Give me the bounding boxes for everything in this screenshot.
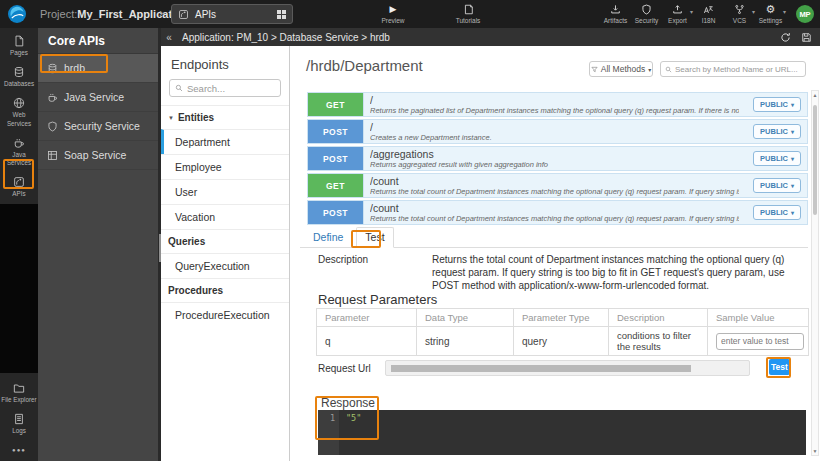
sidebar-item-web-services[interactable]: Web Services	[0, 92, 38, 131]
method-row-get-root[interactable]: GET / Returns the paginated list of Depa…	[307, 92, 808, 117]
col-parameter: Parameter	[317, 309, 417, 327]
line-number: 1	[330, 413, 335, 423]
method-search-input[interactable]	[675, 65, 801, 74]
database-icon	[47, 63, 58, 74]
request-url-label: Request Url	[318, 363, 371, 374]
scroll-up-icon[interactable]: ▲	[812, 92, 818, 98]
user-avatar[interactable]: MP	[796, 5, 814, 23]
vertical-scrollbar[interactable]: ▲ ▼	[811, 90, 819, 456]
tab-define[interactable]: Define	[300, 228, 356, 247]
endpoint-item-user[interactable]: User	[161, 179, 289, 204]
logs-icon	[13, 413, 25, 425]
method-verb-badge: POST	[308, 120, 363, 143]
endpoint-item-procedureexecution[interactable]: ProcedureExecution	[161, 302, 289, 327]
preview-button[interactable]: ▶ Preview	[375, 4, 411, 24]
endpoint-item-queryexecution[interactable]: QueryExecution	[161, 253, 289, 278]
folder-icon	[13, 382, 25, 394]
download-icon	[610, 4, 621, 15]
description-label: Description	[318, 254, 368, 265]
cell-parameter: q	[317, 327, 417, 356]
all-methods-dropdown[interactable]: All Methods ▾	[589, 61, 653, 77]
coffee-icon	[47, 92, 58, 103]
api-icon	[178, 9, 189, 20]
grid-icon[interactable]	[277, 10, 286, 19]
access-level-dropdown[interactable]: PUBLIC▾	[753, 178, 801, 193]
caret-down-icon: ▾	[783, 8, 786, 15]
method-row-post-aggregations[interactable]: POST /aggregations Returns aggregated re…	[307, 146, 808, 171]
vcs-button[interactable]: VCS ▾	[724, 4, 755, 24]
endpoint-item-employee[interactable]: Employee	[161, 154, 289, 179]
endpoints-section-procedures[interactable]: Procedures	[161, 278, 289, 302]
sidebar-item-apis[interactable]: APIs	[0, 171, 38, 202]
tutorials-button[interactable]: Tutorials	[448, 4, 488, 24]
sidebar-item-pages[interactable]: Pages	[0, 30, 38, 61]
caret-down-icon: ▾	[791, 155, 794, 162]
shield-icon	[641, 4, 652, 15]
service-item-soap-service[interactable]: Soap Service	[38, 141, 158, 170]
endpoint-item-vacation[interactable]: Vacation	[161, 204, 289, 229]
save-icon[interactable]	[801, 32, 812, 43]
service-item-java-service[interactable]: Java Service	[38, 83, 158, 112]
col-parameter-type: Parameter Type	[514, 309, 609, 327]
more-options-button[interactable]: ●●●	[0, 439, 38, 455]
search-icon	[175, 84, 183, 92]
access-level-dropdown[interactable]: PUBLIC▾	[753, 151, 801, 166]
editor-gutter: 1	[318, 410, 339, 455]
endpoints-search-input[interactable]	[187, 83, 275, 94]
i18n-button[interactable]: I18N	[693, 4, 724, 24]
method-path: /	[370, 95, 739, 106]
scrollbar-thumb[interactable]	[813, 105, 817, 215]
service-item-hrdb[interactable]: hrdb	[38, 54, 158, 83]
col-sample-value: Sample Value	[708, 309, 809, 327]
method-row-post-root[interactable]: POST / Creates a new Department instance…	[307, 119, 808, 144]
table-header-row: Parameter Data Type Parameter Type Descr…	[317, 309, 809, 327]
cell-parameter-type: query	[514, 327, 609, 356]
sidebar-item-java-services[interactable]: Java Services	[0, 132, 38, 171]
sidebar-item-databases[interactable]: Databases	[0, 61, 38, 92]
col-data-type: Data Type	[417, 309, 514, 327]
caret-down-icon: ▾	[791, 128, 794, 135]
refresh-icon[interactable]	[780, 32, 791, 43]
sidebar-item-file-explorer[interactable]: File Explorer	[0, 377, 38, 408]
project-breadcrumb[interactable]: Project:My_First_Application	[40, 8, 189, 20]
method-description: Returns the paginated list of Department…	[370, 106, 739, 115]
access-level-dropdown[interactable]: PUBLIC▾	[753, 205, 801, 220]
service-item-security-service[interactable]: Security Service	[38, 112, 158, 141]
endpoints-section-entities[interactable]: ▼ Entities	[161, 105, 289, 129]
workspace-selector[interactable]: APIs	[171, 4, 293, 24]
export-button[interactable]: Export ▾	[662, 4, 693, 24]
method-description: Returns aggregated result with given agg…	[370, 160, 739, 169]
page-title: /hrdb/Department	[306, 57, 423, 74]
app-window: Project:My_First_Application › APIs ▶ Pr…	[0, 0, 820, 461]
test-button[interactable]: Test	[769, 359, 790, 375]
method-verb-badge: GET	[308, 93, 363, 116]
breadcrumb: Application: PM_10 > Database Service > …	[182, 32, 390, 43]
access-level-dropdown[interactable]: PUBLIC▾	[753, 124, 801, 139]
scroll-down-icon[interactable]: ▼	[812, 448, 818, 454]
access-level-dropdown[interactable]: PUBLIC▾	[753, 97, 801, 112]
method-row-post-count[interactable]: POST /count Returns the total count of D…	[307, 200, 808, 225]
api-icon	[13, 176, 25, 188]
upload-icon	[672, 4, 683, 15]
sample-value-input[interactable]	[716, 333, 804, 350]
collapse-panel-icon[interactable]: «	[161, 32, 177, 43]
workspace-selector-label: APIs	[195, 9, 271, 20]
request-url-field[interactable]	[385, 360, 750, 376]
tab-test[interactable]: Test	[356, 227, 393, 248]
branch-icon	[734, 4, 745, 15]
request-parameters-table: Parameter Data Type Parameter Type Descr…	[316, 308, 809, 356]
endpoint-item-department[interactable]: Department	[161, 129, 289, 154]
artifacts-button[interactable]: Artifacts	[600, 4, 631, 24]
method-list: GET / Returns the paginated list of Depa…	[307, 92, 808, 227]
left-sidebar: Pages Databases Web Services Java Servic…	[0, 28, 38, 461]
search-icon	[665, 66, 672, 73]
method-row-get-count[interactable]: GET /count Returns the total count of De…	[307, 173, 808, 198]
response-code-editor[interactable]: 1 "5"	[318, 410, 806, 455]
security-button[interactable]: Security	[631, 4, 662, 24]
app-logo-icon	[7, 4, 27, 24]
sidebar-item-logs[interactable]: Logs	[0, 408, 38, 439]
settings-button[interactable]: ⚙ Settings ▾	[755, 4, 786, 24]
endpoints-panel: Endpoints ▼ Entities Department Employee…	[161, 46, 290, 461]
soap-icon	[47, 150, 58, 161]
endpoints-section-queries[interactable]: Queries	[161, 229, 289, 253]
